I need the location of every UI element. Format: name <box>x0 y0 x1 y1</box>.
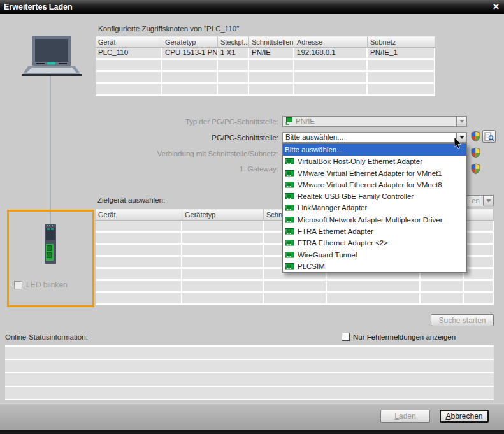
column-header[interactable]: Adresse <box>294 36 368 48</box>
adapter-option-label: Bitte auswählen... <box>285 146 343 154</box>
column-header[interactable]: Gerät <box>96 36 162 48</box>
status-row <box>5 373 494 387</box>
adapter-option[interactable]: WireGuard Tunnel <box>283 249 466 260</box>
column-header[interactable]: Schnittstellen.. <box>249 36 294 48</box>
connection-cable <box>50 76 51 226</box>
table-row[interactable] <box>96 60 435 72</box>
cancel-label: Abbrechen <box>445 412 482 421</box>
column-header[interactable]: Steckpl... <box>218 36 249 48</box>
chevron-down-icon <box>483 196 493 206</box>
connection-subnet-label: Verbindung mit Schnittstelle/Subnetz: <box>70 148 278 159</box>
column-header[interactable]: Gerätetyp <box>162 36 218 48</box>
uac-shield-icon <box>470 163 481 175</box>
table-row[interactable] <box>96 281 494 293</box>
table-cell <box>294 72 368 84</box>
table-cell <box>421 293 464 305</box>
table-cell: PN/IE <box>249 48 294 60</box>
adapter-option[interactable]: Realtek USB GbE Family Controller <box>283 191 466 202</box>
table-cell <box>182 269 264 281</box>
column-header[interactable]: Gerätetyp <box>182 209 264 221</box>
close-icon[interactable]: ✕ <box>490 2 502 12</box>
adapter-option[interactable]: FTRA Ethernet Adapter <2> <box>283 237 466 249</box>
plc-device-icon <box>42 223 60 266</box>
table-cell <box>249 84 294 96</box>
title-bar[interactable]: Erweitertes Laden ✕ <box>0 0 504 14</box>
load-button[interactable]: Laden <box>380 410 430 423</box>
search-accessible-devices-button[interactable] <box>482 130 496 143</box>
table-row[interactable] <box>96 293 494 305</box>
table-cell <box>464 281 494 293</box>
table-cell <box>96 60 162 72</box>
table-cell <box>96 84 162 96</box>
table-cell <box>464 245 494 257</box>
table-cell <box>182 257 264 269</box>
adapter-option[interactable]: Bitte auswählen... <box>283 144 466 156</box>
adapter-option[interactable]: VirtualBox Host-Only Ethernet Adapter <box>283 156 466 167</box>
table-cell <box>464 221 494 233</box>
adapter-option[interactable]: VMware Virtual Ethernet Adapter for VMne… <box>283 179 466 191</box>
adapter-option-label: FTRA Ethernet Adapter <2> <box>298 239 388 247</box>
table-cell <box>294 84 368 96</box>
table-cell <box>96 281 182 293</box>
status-row <box>5 387 494 400</box>
adapter-option[interactable]: LinkManager Adapter <box>283 202 466 213</box>
table-cell <box>464 269 494 281</box>
table-row[interactable] <box>96 84 435 96</box>
table-cell: 192.168.0.1 <box>294 48 368 60</box>
led-blink-checkbox[interactable] <box>14 281 22 289</box>
start-search-label: Suche starten <box>438 316 486 325</box>
table-cell <box>249 72 294 84</box>
uac-shield-icon <box>470 147 481 159</box>
table-cell <box>182 221 264 233</box>
interface-type-combo: PN/IE <box>282 116 467 127</box>
status-row <box>5 360 494 373</box>
table-cell <box>96 221 182 233</box>
column-header[interactable] <box>464 209 494 221</box>
table-cell <box>464 257 494 269</box>
table-cell <box>327 293 421 305</box>
adapter-option-label: VMware Virtual Ethernet Adapter for VMne… <box>298 170 442 177</box>
errors-only-checkbox[interactable] <box>342 333 350 341</box>
column-header[interactable]: Gerät <box>96 209 182 221</box>
network-adapter-icon <box>285 228 294 235</box>
chevron-down-icon <box>456 117 466 126</box>
table-cell <box>294 60 368 72</box>
adapter-option-label: VMware Virtual Ethernet Adapter for VMne… <box>298 181 442 189</box>
table-cell: PLC_110 <box>96 48 162 60</box>
table-cell <box>182 281 264 293</box>
column-header[interactable]: Subnetz <box>368 36 435 48</box>
network-adapter-icon <box>285 181 294 189</box>
adapter-option-label: VirtualBox Host-Only Ethernet Adapter <box>298 157 422 165</box>
table-cell <box>96 72 162 84</box>
table-cell: 1 X1 <box>218 48 249 60</box>
adapter-option[interactable]: PLCSIM <box>283 261 466 272</box>
network-adapter-icon <box>285 192 294 200</box>
start-search-button[interactable]: Suche starten <box>431 314 494 326</box>
adapter-option[interactable]: Microsoft Network Adapter Multiplexor Dr… <box>283 214 466 226</box>
online-status-list <box>5 345 494 400</box>
table-row[interactable] <box>96 72 435 84</box>
pgpc-interface-combo[interactable]: Bitte auswählen... <box>282 132 467 143</box>
table-cell <box>218 84 249 96</box>
table-cell <box>368 60 435 72</box>
table-row[interactable]: PLC_110CPU 1513-1 PN1 X1PN/IE192.168.0.1… <box>96 48 435 60</box>
load-label: Laden <box>394 412 415 421</box>
table-cell <box>96 257 182 269</box>
pgpc-interface-value: Bitte auswählen... <box>283 133 456 142</box>
adapter-option-label: PLCSIM <box>298 263 325 270</box>
uac-shield-icon <box>470 131 481 142</box>
adapter-dropdown[interactable]: Bitte auswählen...VirtualBox Host-Only E… <box>282 143 467 273</box>
table-cell: PN/IE_1 <box>368 48 435 60</box>
adapter-option[interactable]: VMware Virtual Ethernet Adapter for VMne… <box>283 168 466 179</box>
table-cell <box>264 281 327 293</box>
table-cell <box>162 72 218 84</box>
interface-type-value: PN/IE <box>293 117 456 126</box>
online-status-label: Online-Statusinformation: <box>5 333 88 341</box>
adapter-option[interactable]: FTRA Ethernet Adapter <box>283 226 466 237</box>
table-cell <box>182 293 264 305</box>
adapter-option-label: Realtek USB GbE Family Controller <box>298 192 414 200</box>
table-cell: CPU 1513-1 PN <box>162 48 218 60</box>
network-adapter-icon <box>285 157 294 165</box>
adapter-option-label: Microsoft Network Adapter Multiplexor Dr… <box>298 216 443 224</box>
cancel-button[interactable]: Abbrechen <box>440 410 489 423</box>
